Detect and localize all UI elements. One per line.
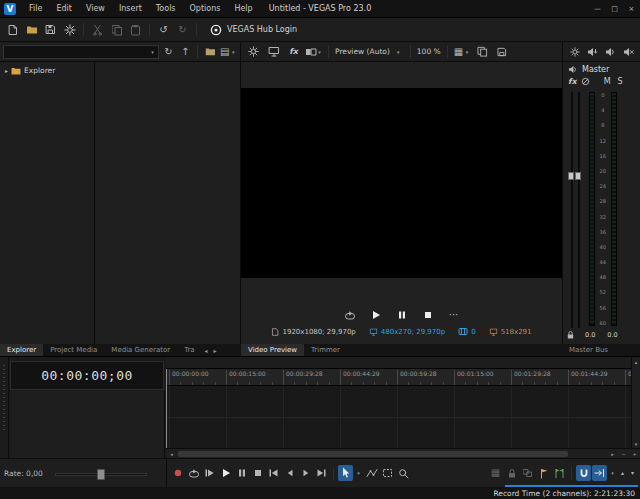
selection-edit-tool-button[interactable]	[380, 465, 395, 481]
play-button[interactable]	[218, 465, 233, 481]
explorer-tree[interactable]: ▸ Explorer	[0, 62, 95, 344]
rate-slider-handle[interactable]	[97, 469, 105, 480]
maximize-button[interactable]: □	[606, 0, 623, 18]
volume-fader-right[interactable]	[575, 172, 581, 180]
tab-transitions[interactable]: Tra	[177, 344, 201, 356]
cut-button[interactable]	[89, 21, 106, 39]
time-display[interactable]: 00:00:00;00	[10, 361, 164, 390]
menu-options[interactable]: Options	[183, 0, 228, 18]
stop-button[interactable]	[250, 465, 265, 481]
loop-playback-button[interactable]	[186, 465, 201, 481]
go-to-start-button[interactable]	[266, 465, 281, 481]
split-screen-view-button[interactable]: ▾	[305, 43, 322, 61]
scroll-right-button[interactable]: ▸	[607, 449, 618, 459]
zoom-in-button[interactable]: +	[629, 449, 640, 459]
envelope-edit-tool-button[interactable]	[364, 465, 379, 481]
record-button[interactable]	[170, 465, 185, 481]
master-properties-button[interactable]	[567, 43, 582, 61]
horizontal-scrollbar[interactable]: ◂ ▸ − +	[166, 448, 640, 458]
close-button[interactable]: ×	[623, 0, 640, 18]
insert-region-button[interactable]	[552, 465, 567, 481]
tab-project-media[interactable]: Project Media	[43, 344, 104, 356]
next-frame-button[interactable]	[298, 465, 313, 481]
vertical-scrollbar[interactable]: ▴ ▾	[631, 357, 640, 448]
scroll-left-button[interactable]: ◂	[166, 449, 177, 459]
views-button[interactable]: ▤▾	[220, 43, 237, 61]
auto-ripple-button[interactable]	[592, 465, 607, 481]
tab-video-preview[interactable]: Video Preview	[241, 344, 304, 356]
play-from-start-button[interactable]	[202, 465, 217, 481]
menu-view[interactable]: View	[79, 0, 112, 18]
grid-overlay-button[interactable]: ▦▾	[454, 43, 471, 61]
zoom-out-button[interactable]: −	[618, 449, 629, 459]
marker-tool-strip[interactable]	[0, 357, 9, 458]
redo-button[interactable]: ↻	[174, 21, 191, 39]
go-to-end-button[interactable]	[314, 465, 329, 481]
tab-media-generator[interactable]: Media Generator	[104, 344, 177, 356]
playhead-cursor[interactable]	[166, 369, 167, 448]
copy-snapshot-button[interactable]	[474, 43, 491, 61]
tree-item-explorer[interactable]: ▸ Explorer	[0, 62, 94, 75]
mute-output-button[interactable]	[621, 43, 636, 61]
lock-icon[interactable]	[566, 330, 575, 340]
menu-edit[interactable]: Edit	[49, 0, 79, 18]
save-snapshot-button[interactable]	[494, 43, 511, 61]
downmix-output-button[interactable]	[585, 43, 600, 61]
tab-explorer[interactable]: Explorer	[0, 344, 43, 356]
solo-button[interactable]: S	[618, 77, 623, 86]
enable-snapping-button[interactable]	[576, 465, 591, 481]
preview-project-properties-button[interactable]	[245, 43, 262, 61]
menu-tools[interactable]: Tools	[149, 0, 183, 18]
zoom-edit-tool-button[interactable]	[396, 465, 411, 481]
save-project-button[interactable]	[42, 21, 59, 39]
preview-stop-button[interactable]	[419, 306, 436, 324]
pause-button[interactable]	[234, 465, 249, 481]
normal-edit-tool-button[interactable]	[338, 465, 353, 481]
preview-loop-button[interactable]	[341, 306, 358, 324]
tab-master-bus[interactable]: Master Bus	[562, 344, 615, 356]
more-tools-dropdown[interactable]: ▾	[608, 465, 617, 481]
marker-bar[interactable]	[166, 357, 631, 369]
new-folder-button[interactable]	[203, 43, 218, 61]
preview-quality-dropdown[interactable]: Preview (Auto) ▾	[335, 47, 404, 56]
scroll-down-button[interactable]: ▾	[632, 439, 640, 448]
tab-scroll-right-button[interactable]: ▸	[211, 344, 220, 356]
tab-scroll-left-button[interactable]: ◂	[202, 344, 211, 356]
insert-marker-button[interactable]	[536, 465, 551, 481]
menu-insert[interactable]: Insert	[112, 0, 149, 18]
insert-fx-button[interactable]: fx	[568, 77, 577, 86]
timeline-ruler[interactable]: 00:00:00:00 00:00:15:00 00:00:29:28 00:0…	[166, 369, 631, 386]
scrollbar-thumb[interactable]	[178, 451, 568, 457]
refresh-button[interactable]: ↻	[161, 43, 176, 61]
fader-track-left[interactable]	[571, 92, 573, 328]
explorer-file-list[interactable]	[96, 62, 240, 344]
minimize-button[interactable]: —	[589, 0, 606, 18]
paste-button[interactable]	[127, 21, 144, 39]
mute-button[interactable]: M	[604, 77, 611, 86]
previous-frame-button[interactable]	[282, 465, 297, 481]
volume-fader-left[interactable]	[568, 172, 574, 180]
address-combo[interactable]: ▾	[3, 45, 159, 59]
new-project-button[interactable]	[4, 21, 21, 39]
tab-trimmer[interactable]: Trimmer	[304, 344, 347, 356]
scroll-up-button[interactable]: ▴	[632, 357, 640, 366]
undo-button[interactable]: ↺	[155, 21, 172, 39]
quantize-to-frames-button[interactable]: ▦	[488, 465, 503, 481]
automation-icon[interactable]	[581, 77, 590, 86]
preview-play-button[interactable]	[367, 306, 384, 324]
dim-output-button[interactable]	[603, 43, 618, 61]
copy-button[interactable]	[108, 21, 125, 39]
edit-tool-dropdown[interactable]: ▾	[354, 465, 363, 481]
track-view[interactable]	[166, 386, 631, 448]
open-project-button[interactable]	[23, 21, 40, 39]
preview-zoom-dropdown[interactable]: 100 %	[417, 47, 441, 56]
marker-nav-up-button[interactable]: ▴	[618, 465, 627, 481]
ignore-event-grouping-button[interactable]	[520, 465, 535, 481]
vegas-hub-login-button[interactable]: VEGAS Hub Login	[210, 24, 297, 36]
fader-track-right[interactable]	[578, 92, 580, 328]
menu-help[interactable]: Help	[227, 0, 259, 18]
preview-pause-button[interactable]	[393, 306, 410, 324]
marker-nav-down-button[interactable]: ▾	[628, 465, 637, 481]
track-list[interactable]	[10, 391, 165, 458]
video-output-fx-button[interactable]: fx	[285, 43, 302, 61]
